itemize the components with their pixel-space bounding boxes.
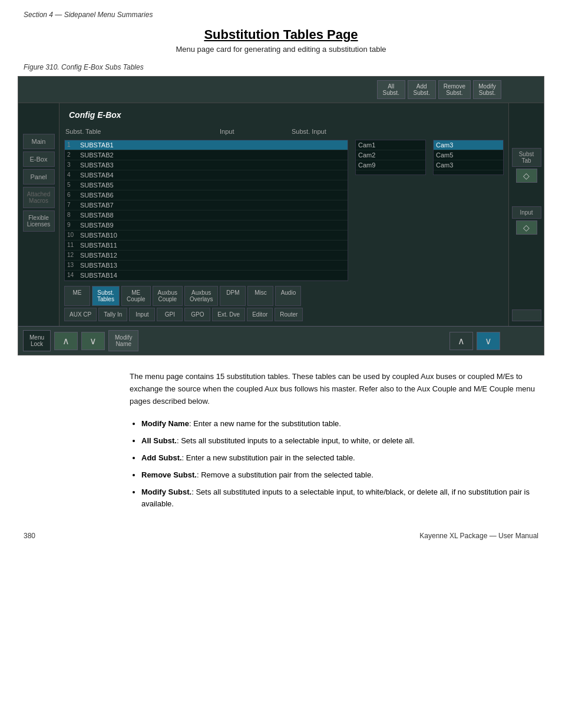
figure-caption: Figure 310. Config E-Box Subs Tables <box>0 56 562 74</box>
remove-subst-button[interactable]: Remove Subst. <box>438 80 471 99</box>
list-item: Add Subst.: Enter a new substitution pai… <box>141 452 538 465</box>
subst-input-row[interactable]: Cam3 <box>434 160 503 170</box>
title-area: Substitution Tables Page Menu page card … <box>0 21 562 56</box>
table-row[interactable]: 4SUBSTAB4 <box>65 170 348 180</box>
input-arrow[interactable]: ◇ <box>516 220 537 235</box>
table-row[interactable]: 12SUBSTAB12 <box>65 251 348 261</box>
table-row[interactable]: 5SUBSTAB5 <box>65 180 348 190</box>
tab-button[interactable]: ME <box>64 286 90 306</box>
tab-button[interactable]: GPI <box>157 308 183 321</box>
footer-bar: Menu Lock ∧ ∨ Modify Name ∧ ∨ <box>18 326 544 355</box>
tab-button[interactable]: Subst. Tables <box>92 286 120 306</box>
list-item: Modify Subst.: Sets all substituted inpu… <box>141 486 538 511</box>
table-row[interactable]: 1SUBSTAB1 <box>65 140 348 150</box>
page-header: Section 4 — Sidepanel Menu Summaries <box>0 0 562 21</box>
subst-input-area: Cam3Cam5Cam3 <box>433 140 504 281</box>
subst-table-area: 1SUBSTAB12SUBSTAB23SUBSTAB34SUBSTAB45SUB… <box>64 140 348 281</box>
right-sidebar: Subst Tab ◇ Input ◇ <box>508 103 544 326</box>
tab-button[interactable]: Router <box>275 308 303 321</box>
modify-name-button[interactable]: Modify Name <box>108 330 138 351</box>
tab-button[interactable]: Auxbus Couple <box>153 286 183 306</box>
table-row[interactable]: 7SUBSTAB7 <box>65 200 348 210</box>
footer-manual-name: Kayenne XL Package — User Manual <box>419 532 538 540</box>
input-header: Input <box>219 128 283 135</box>
table-row[interactable]: 14SUBSTAB14 <box>65 271 348 281</box>
tab-button[interactable]: Auxbus Overlays <box>184 286 218 306</box>
table-row[interactable]: 3SUBSTAB3 <box>65 160 348 170</box>
sidebar-item-ebox[interactable]: E-Box <box>23 151 55 167</box>
subst-input-list: Cam3Cam5Cam3 <box>433 140 504 175</box>
bottom-tabs-row1: MESubst. TablesME CoupleAuxbus CoupleAux… <box>64 286 504 306</box>
nav-up-button[interactable]: ∧ <box>54 332 78 350</box>
input-row[interactable]: Cam2 <box>356 150 425 160</box>
tab-button[interactable]: ME Couple <box>121 286 151 306</box>
tab-button[interactable]: Audio <box>275 286 301 306</box>
left-sidebar: Main E-Box Panel Attached Macros Flexibl… <box>18 103 59 326</box>
tab-button[interactable]: Input <box>129 308 155 321</box>
subst-input-row[interactable]: Cam5 <box>434 150 503 160</box>
tab-button[interactable]: Editor <box>247 308 273 321</box>
ui-screenshot: All Subst. Add Subst. Remove Subst. Modi… <box>18 76 544 355</box>
subst-table-header: Subst. Table <box>64 128 182 135</box>
page-footer: 380 Kayenne XL Package — User Manual <box>0 520 562 546</box>
table-section: 1SUBSTAB12SUBSTAB23SUBSTAB34SUBSTAB45SUB… <box>64 140 504 281</box>
table-row[interactable]: 9SUBSTAB9 <box>65 220 348 230</box>
input-button[interactable]: Input <box>512 206 541 219</box>
input-block: Input ◇ <box>512 206 541 235</box>
sidebar-item-panel[interactable]: Panel <box>23 169 55 185</box>
list-item: All Subst.: Sets all substituted inputs … <box>141 435 538 447</box>
center-panel: Config E-Box Subst. Table Input Subst. I… <box>59 103 508 326</box>
modify-subst-button[interactable]: Modify Subst. <box>473 80 501 99</box>
tab-button[interactable]: AUX CP <box>64 308 97 321</box>
input-row[interactable]: Cam9 <box>356 160 425 170</box>
sidebar-item-attached-macros[interactable]: Attached Macros <box>23 187 55 208</box>
page-up-button[interactable]: ∧ <box>449 332 473 350</box>
body-text: The menu page contains 15 substitution t… <box>0 365 562 413</box>
tab-button[interactable]: Ext. Dve <box>212 308 245 321</box>
tab-button[interactable]: DPM <box>220 286 246 306</box>
tab-button[interactable]: Misc <box>247 286 273 306</box>
add-subst-button[interactable]: Add Subst. <box>408 80 436 99</box>
subst-tab-arrow[interactable]: ◇ <box>516 169 537 183</box>
tab-button[interactable]: Tally In <box>98 308 127 321</box>
table-row[interactable]: 2SUBSTAB2 <box>65 150 348 160</box>
menu-lock-button[interactable]: Menu Lock <box>23 330 51 351</box>
table-row[interactable]: 10SUBSTAB10 <box>65 230 348 241</box>
bottom-tabs-row2: AUX CPTally InInputGPIGPOExt. DveEditorR… <box>64 308 504 321</box>
list-item: Remove Subst.: Remove a substitution pai… <box>141 469 538 482</box>
input-row[interactable]: Cam1 <box>356 140 425 150</box>
subst-input-header: Subst. Input <box>290 128 361 135</box>
subst-input-row[interactable]: Cam3 <box>434 140 503 150</box>
input-list: Cam1Cam2Cam9 <box>355 140 426 175</box>
input-area: Cam1Cam2Cam9 <box>355 140 426 281</box>
subtitle: Menu page card for generating and editin… <box>24 45 538 54</box>
subst-list: 1SUBSTAB12SUBSTAB23SUBSTAB34SUBSTAB45SUB… <box>64 140 348 281</box>
page-down-button[interactable]: ∨ <box>477 332 500 350</box>
top-toolbar: All Subst. Add Subst. Remove Subst. Modi… <box>18 77 544 103</box>
subst-tab-block: Subst Tab ◇ <box>512 148 541 183</box>
sidebar-item-main[interactable]: Main <box>23 134 55 149</box>
bullet-list: Modify Name: Enter a new name for the su… <box>0 413 562 520</box>
sidebar-item-flexible-licenses[interactable]: Flexible Licenses <box>23 210 55 232</box>
table-row[interactable]: 11SUBSTAB11 <box>65 241 348 251</box>
list-item: Modify Name: Enter a new name for the su… <box>141 418 538 430</box>
panel-title: Config E-Box <box>64 108 504 122</box>
nav-down-button[interactable]: ∨ <box>81 332 105 350</box>
table-row[interactable]: 8SUBSTAB8 <box>65 210 348 220</box>
main-content: Main E-Box Panel Attached Macros Flexibl… <box>18 103 544 326</box>
table-row[interactable]: 13SUBSTAB13 <box>65 261 348 271</box>
table-row[interactable]: 6SUBSTAB6 <box>65 190 348 200</box>
footer-page-number: 380 <box>24 532 35 540</box>
all-subst-button[interactable]: All Subst. <box>377 80 405 99</box>
tab-button[interactable]: GPO <box>184 308 210 321</box>
subst-tab-button[interactable]: Subst Tab <box>512 148 541 167</box>
main-title: Substitution Tables Page <box>24 27 538 42</box>
